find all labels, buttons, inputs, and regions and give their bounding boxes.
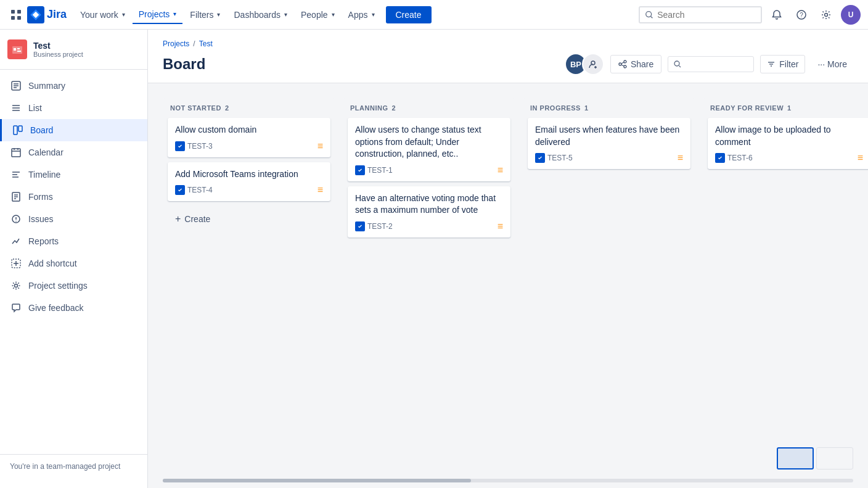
svg-text:?: ? (800, 12, 803, 19)
task-icon (535, 153, 545, 163)
svg-rect-3 (17, 16, 21, 20)
issues-icon (10, 213, 22, 225)
global-search[interactable] (639, 6, 762, 23)
summary-icon (10, 80, 22, 92)
card-footer: TEST-6 ≡ (715, 153, 863, 163)
sidebar-item-reports[interactable]: Reports (0, 230, 147, 252)
avatar-add-button[interactable] (582, 53, 604, 75)
chevron-down-icon: ▾ (332, 11, 335, 18)
projects-nav[interactable]: Projects ▾ (133, 6, 183, 24)
priority-icon: ≡ (317, 141, 323, 151)
priority-icon: ≡ (497, 221, 503, 231)
priority-icon: ≡ (678, 153, 683, 163)
main-navigation: Your work ▾ Projects ▾ Filters ▾ Dashboa… (74, 6, 380, 24)
filters-nav[interactable]: Filters ▾ (184, 6, 226, 23)
svg-line-47 (621, 62, 624, 64)
sidebar-navigation: Summary List Board Calenda (0, 70, 147, 324)
project-name: Test (33, 41, 83, 51)
column-not-started: NOT STARTED 2 Allow custom domain TEST-3 (163, 98, 335, 232)
create-issue-button[interactable]: + Create (168, 209, 330, 230)
more-button[interactable]: ··· More (811, 56, 853, 73)
create-button[interactable]: Create (386, 6, 432, 23)
sidebar-item-timeline[interactable]: Timeline (0, 163, 147, 186)
scrollbar-track (163, 479, 853, 482)
card-footer: TEST-1 ≡ (355, 165, 503, 175)
card-test-4[interactable]: Add Microsoft Teams integration TEST-4 ≡ (168, 162, 330, 202)
settings-button[interactable] (816, 5, 836, 25)
card-footer: TEST-3 ≡ (175, 141, 323, 151)
svg-rect-23 (12, 149, 20, 157)
card-test-6[interactable]: Allow image to be uploaded to comment TE… (708, 118, 868, 169)
board-search[interactable] (668, 56, 754, 72)
sidebar-item-forms[interactable]: Forms (0, 186, 147, 208)
card-id: TEST-6 (715, 153, 753, 163)
column-header-ready-for-review: READY FOR REVIEW 1 (703, 98, 868, 118)
card-footer: TEST-2 ≡ (355, 221, 503, 231)
sidebar-item-issues[interactable]: Issues (0, 208, 147, 230)
grid-icon[interactable] (7, 6, 25, 23)
dashboards-nav[interactable]: Dashboards ▾ (227, 6, 293, 23)
svg-rect-1 (17, 10, 21, 14)
horizontal-scrollbar[interactable] (148, 478, 868, 483)
forms-icon (10, 191, 22, 203)
sidebar-item-give-feedback[interactable]: Give feedback (0, 297, 147, 319)
svg-rect-0 (11, 10, 15, 14)
column-header-planning: PLANNING 2 (343, 98, 515, 118)
sidebar-item-add-shortcut[interactable]: Add shortcut (0, 252, 147, 275)
card-id: TEST-3 (175, 141, 213, 151)
project-type: Business project (33, 51, 83, 58)
card-test-2[interactable]: Have an alternative voting mode that set… (348, 186, 510, 238)
apps-nav[interactable]: Apps ▾ (342, 6, 381, 23)
breadcrumb-project[interactable]: Test (199, 39, 213, 48)
project-selector[interactable]: Test Business project (0, 30, 147, 70)
search-icon (645, 10, 653, 20)
project-icon (7, 39, 27, 59)
zoom-indicator-active[interactable] (777, 447, 814, 469)
page-actions: BP Share Filter (565, 53, 853, 75)
card-id: TEST-5 (535, 153, 573, 163)
sidebar-item-list[interactable]: List (0, 97, 147, 119)
main-content: Projects / Test Board BP Share (148, 30, 868, 488)
notifications-button[interactable] (767, 5, 787, 25)
breadcrumb-separator: / (193, 39, 195, 48)
search-icon (673, 60, 682, 68)
user-avatar[interactable]: U (841, 5, 861, 25)
sidebar-item-summary[interactable]: Summary (0, 75, 147, 97)
board-columns: NOT STARTED 2 Allow custom domain TEST-3 (148, 83, 868, 488)
card-footer: TEST-4 ≡ (175, 185, 323, 195)
svg-point-49 (674, 61, 679, 66)
zoom-controls (777, 447, 853, 469)
sidebar-item-board[interactable]: Board (0, 119, 147, 141)
app-layout: Test Business project Summary List (0, 30, 868, 488)
column-cards-ready-for-review: Allow image to be uploaded to comment TE… (703, 118, 868, 174)
task-icon (715, 153, 725, 163)
sidebar-item-calendar[interactable]: Calendar (0, 141, 147, 163)
search-input[interactable] (657, 10, 756, 20)
sidebar-item-project-settings[interactable]: Project settings (0, 275, 147, 297)
jira-logo[interactable]: Jira (27, 6, 67, 23)
card-test-5[interactable]: Email users when features have been deli… (528, 118, 690, 169)
column-cards-in-progress: Email users when features have been deli… (523, 118, 695, 174)
scrollbar-thumb[interactable] (163, 479, 471, 482)
svg-line-6 (651, 16, 653, 18)
column-cards-planning: Allow users to change status text option… (343, 118, 515, 242)
page-header: Projects / Test Board BP Share (148, 30, 868, 83)
task-icon (175, 141, 185, 151)
add-shortcut-icon (10, 257, 22, 270)
priority-icon: ≡ (858, 153, 863, 163)
your-work-nav[interactable]: Your work ▾ (74, 6, 131, 23)
filter-button[interactable]: Filter (760, 55, 805, 73)
share-button[interactable]: Share (610, 55, 661, 73)
zoom-indicator[interactable] (816, 447, 853, 469)
card-test-1[interactable]: Allow users to change status text option… (348, 118, 510, 181)
sidebar: Test Business project Summary List (0, 30, 148, 488)
help-button[interactable]: ? (792, 5, 811, 25)
breadcrumb-projects[interactable]: Projects (163, 39, 189, 48)
people-nav[interactable]: People ▾ (295, 6, 341, 23)
column-cards-not-started: Allow custom domain TEST-3 ≡ (163, 118, 335, 206)
column-in-progress: IN PROGRESS 1 Email users when features … (523, 98, 695, 221)
task-icon (355, 221, 365, 231)
share-icon (618, 60, 627, 68)
top-navigation: Jira Your work ▾ Projects ▾ Filters ▾ Da… (0, 0, 868, 30)
card-test-3[interactable]: Allow custom domain TEST-3 ≡ (168, 118, 330, 157)
